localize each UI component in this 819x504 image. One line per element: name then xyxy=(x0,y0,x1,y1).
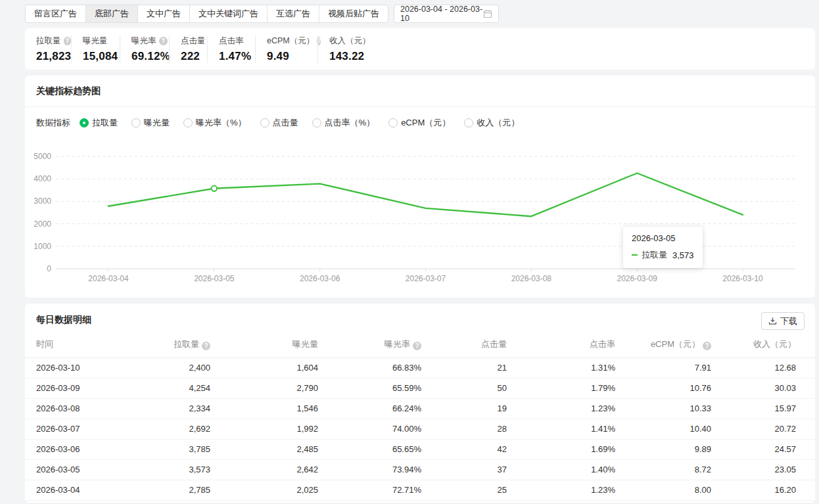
column-header: eCPM（元）? xyxy=(615,331,711,357)
ad-type-tab[interactable]: 文中广告 xyxy=(137,5,189,22)
table-cell: 65.59% xyxy=(318,378,421,398)
stat-label: 点击率 xyxy=(219,35,255,47)
table-cell: 1.40% xyxy=(507,459,615,480)
table-row: 2026-03-063,7852,48565.65%421.69%9.8924.… xyxy=(25,439,815,459)
table-body: 2026-03-102,4001,60466.83%211.31%7.9112.… xyxy=(25,357,815,500)
date-range-value: 2026-03-04 - 2026-03-10 xyxy=(400,5,483,23)
stat-item: 点击率1.47% xyxy=(207,35,255,63)
ad-type-tab[interactable]: 底部广告 xyxy=(85,5,137,22)
metric-group-label: 数据指标 xyxy=(36,117,70,129)
table-cell: 10.40 xyxy=(615,419,711,439)
table-cell: 1,604 xyxy=(210,357,318,378)
radio-icon xyxy=(183,118,193,127)
table-cell: 1.23% xyxy=(507,480,615,500)
ad-type-tab[interactable]: 视频后贴广告 xyxy=(319,5,388,22)
table-cell: 2026-03-07 xyxy=(25,419,133,439)
ad-type-tab[interactable]: 文中关键词广告 xyxy=(189,5,267,22)
table-cell: 73.94% xyxy=(318,459,421,480)
table-cell: 1,992 xyxy=(210,419,318,439)
download-button-label: 下载 xyxy=(780,315,797,327)
x-axis-tick: 2026-03-04 xyxy=(88,274,129,283)
table-cell: 2,785 xyxy=(133,480,210,500)
toolbar: 留言区广告底部广告文中广告文中关键词广告互选广告视频后贴广告 2026-03-0… xyxy=(25,5,499,23)
table-cell: 50 xyxy=(421,378,507,398)
help-icon[interactable]: ? xyxy=(159,37,168,45)
table-cell: 1.31% xyxy=(507,357,615,378)
metric-radio[interactable]: 点击量 xyxy=(260,117,298,129)
table-cell: 1.41% xyxy=(507,419,615,439)
table-cell: 10.33 xyxy=(615,398,711,419)
y-axis-tick: 2000 xyxy=(34,219,51,229)
summary-stats-card: 拉取量?21,823曝光量15,084曝光率?69.12%点击量222点击率1.… xyxy=(25,28,815,70)
radio-icon xyxy=(312,118,321,127)
table-cell: 9.89 xyxy=(615,439,711,459)
metric-radio[interactable]: eCPM（元） xyxy=(388,117,450,129)
stat-label: 曝光量 xyxy=(83,35,120,47)
table-row: 2026-03-102,4001,60466.83%211.31%7.9112.… xyxy=(25,357,815,378)
stat-label: 收入（元） xyxy=(329,35,423,47)
table-row: 2026-03-072,6921,99274.00%281.41%10.4020… xyxy=(25,419,815,439)
column-header: 拉取量? xyxy=(133,331,210,357)
daily-table-header: 每日数据明细 下载 xyxy=(25,304,815,331)
tooltip-date: 2026-03-05 xyxy=(632,233,694,243)
x-axis-tick: 2026-03-07 xyxy=(406,274,446,283)
metric-radio-label: 拉取量 xyxy=(92,117,118,129)
ad-type-tab[interactable]: 互选广告 xyxy=(267,5,319,22)
metric-radio-label: 点击量 xyxy=(273,117,298,129)
stat-value: 69.12% xyxy=(131,50,169,63)
table-cell: 16.20 xyxy=(711,480,815,500)
x-axis-tick: 2026-03-06 xyxy=(300,274,340,283)
download-button[interactable]: 下载 xyxy=(761,312,805,330)
table-cell: 3,573 xyxy=(133,459,210,480)
table-cell: 2026-03-04 xyxy=(25,480,133,500)
table-cell: 4,254 xyxy=(133,378,210,398)
column-header: 时间 xyxy=(25,331,133,357)
table-cell: 2026-03-10 xyxy=(25,357,133,378)
metric-radio[interactable]: 曝光量 xyxy=(131,117,170,129)
metric-radio[interactable]: 收入（元） xyxy=(464,117,519,129)
stat-value: 9.49 xyxy=(267,50,317,63)
table-cell: 2,692 xyxy=(133,419,210,439)
table-cell: 30.03 xyxy=(711,378,815,398)
metric-radio[interactable]: 曝光率（%） xyxy=(183,117,246,129)
table-row: 2026-03-053,5732,64273.94%371.40%8.7223.… xyxy=(25,459,815,480)
x-axis-tick: 2026-03-05 xyxy=(194,274,235,283)
stat-label: 拉取量? xyxy=(36,35,71,47)
table-cell: 2,790 xyxy=(210,378,318,398)
table-cell: 1,546 xyxy=(210,398,318,419)
table-cell: 2026-03-05 xyxy=(25,459,133,480)
table-cell: 23.05 xyxy=(711,459,815,480)
help-icon[interactable]: ? xyxy=(202,342,210,350)
calendar-icon[interactable] xyxy=(483,9,492,18)
stat-label: eCPM（元）? xyxy=(267,35,317,47)
table-header-row: 时间拉取量?曝光量曝光率?点击量点击率eCPM（元）?收入（元） xyxy=(25,331,815,357)
tooltip-value: 3,573 xyxy=(672,250,694,260)
column-header: 点击率 xyxy=(507,331,615,357)
help-icon[interactable]: ? xyxy=(703,342,711,350)
date-range-picker[interactable]: 2026-03-04 - 2026-03-10 xyxy=(394,5,499,23)
metric-radio[interactable]: 点击率（%） xyxy=(312,117,375,129)
daily-table-title: 每日数据明细 xyxy=(36,314,91,325)
table-cell: 37 xyxy=(421,459,507,480)
help-icon[interactable]: ? xyxy=(64,37,72,45)
help-icon[interactable]: ? xyxy=(413,342,421,350)
stat-label: 点击量 xyxy=(181,35,207,47)
y-axis-tick: 0 xyxy=(47,264,51,273)
table-cell: 1.23% xyxy=(507,398,615,419)
radio-icon xyxy=(464,118,473,127)
trend-chart[interactable]: 2026-03-05 拉取量 3,573 0100020003000400050… xyxy=(25,150,815,291)
table-cell: 3,785 xyxy=(133,439,210,459)
metric-radio[interactable]: 拉取量 xyxy=(80,117,118,129)
table-cell: 15.97 xyxy=(711,398,815,419)
metric-radio-label: 曝光率（%） xyxy=(196,117,246,129)
stat-value: 1.47% xyxy=(219,50,255,63)
ad-type-tab[interactable]: 留言区广告 xyxy=(26,5,85,22)
radio-icon xyxy=(260,118,269,127)
table-cell: 74.00% xyxy=(318,419,421,439)
stat-value: 143.22 xyxy=(329,50,423,63)
stat-item: 点击量222 xyxy=(169,35,207,63)
column-header: 点击量 xyxy=(421,331,507,357)
stat-label: 曝光率? xyxy=(131,35,169,47)
metric-radio-label: 点击率（%） xyxy=(325,117,375,129)
x-axis-tick: 2026-03-10 xyxy=(722,274,763,283)
